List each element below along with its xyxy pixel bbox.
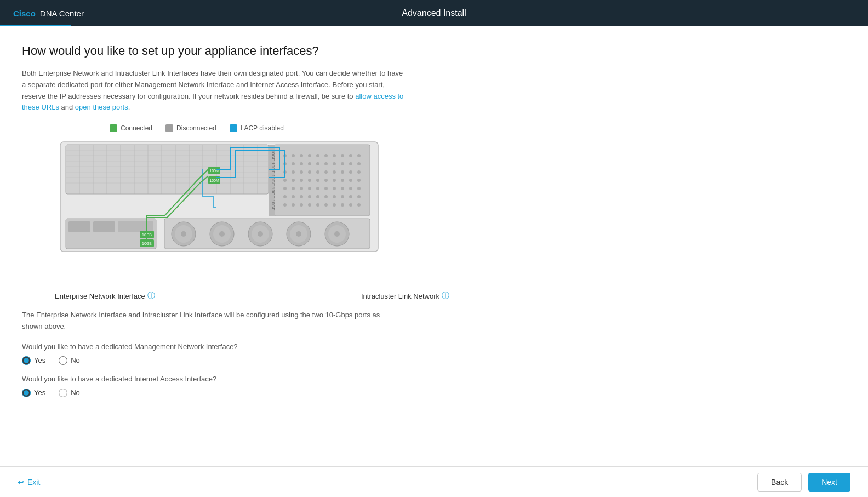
- legend-disconnected: Disconnected: [165, 124, 216, 132]
- q2-no-option[interactable]: No: [59, 389, 80, 397]
- q2-radio-group: Yes No: [22, 389, 471, 397]
- svg-point-33: [357, 154, 361, 157]
- svg-point-66: [300, 187, 303, 190]
- svg-point-30: [333, 154, 336, 157]
- svg-rect-23: [274, 145, 370, 216]
- svg-rect-1: [66, 145, 269, 194]
- svg-point-45: [292, 170, 295, 174]
- svg-point-51: [341, 170, 344, 174]
- svg-point-78: [316, 195, 319, 198]
- q2-yes-option[interactable]: Yes: [22, 389, 45, 397]
- page-description: Both Enterprise Network and Intracluster…: [22, 68, 406, 113]
- cisco-brand: Cisco: [13, 9, 36, 18]
- svg-point-49: [324, 170, 328, 174]
- svg-point-92: [349, 203, 352, 207]
- q1-label: Would you like to have a dedicated Manag…: [22, 342, 471, 351]
- svg-point-58: [316, 179, 319, 182]
- desc-text-3: .: [128, 103, 130, 111]
- svg-point-71: [341, 187, 344, 190]
- q1-yes-option[interactable]: Yes: [22, 356, 45, 365]
- svg-point-57: [308, 179, 311, 182]
- svg-point-25: [292, 154, 295, 157]
- svg-point-43: [357, 162, 361, 165]
- enterprise-info-icon[interactable]: ⓘ: [147, 291, 155, 301]
- legend-lacp: LACP disabled: [230, 124, 284, 132]
- svg-point-41: [341, 162, 344, 165]
- svg-point-59: [324, 179, 328, 182]
- header-underline: [0, 25, 71, 26]
- open-ports-link[interactable]: open these ports: [75, 103, 128, 111]
- disconnected-label: Disconnected: [176, 124, 216, 132]
- svg-point-55: [292, 179, 295, 182]
- svg-point-91: [341, 203, 344, 207]
- svg-rect-101: [68, 221, 90, 232]
- svg-point-84: [283, 203, 287, 207]
- q1-no-option[interactable]: No: [59, 356, 80, 365]
- svg-point-87: [308, 203, 311, 207]
- svg-point-68: [316, 187, 319, 190]
- connected-label: Connected: [121, 124, 152, 132]
- disconnected-dot: [165, 124, 173, 132]
- svg-point-67: [308, 187, 311, 190]
- svg-point-89: [324, 203, 328, 207]
- svg-text:10GB: 10GB: [142, 242, 152, 245]
- svg-point-76: [300, 195, 303, 198]
- main-content: How would you like to set up your applia…: [0, 26, 493, 425]
- legend-connected: Connected: [110, 124, 152, 132]
- dna-brand: DNA Center: [40, 9, 84, 18]
- svg-point-26: [300, 154, 303, 157]
- q1-no-radio[interactable]: [59, 356, 67, 365]
- svg-point-65: [292, 187, 295, 190]
- svg-point-61: [341, 179, 344, 182]
- q1-yes-radio[interactable]: [22, 356, 31, 365]
- svg-point-39: [324, 162, 328, 165]
- diagram-container: 10GE 10GE 10GE 10GE 10GE 100M 100M 10GB …: [22, 136, 449, 301]
- svg-point-28: [316, 154, 319, 157]
- legend: Connected Disconnected LACP disabled: [110, 124, 471, 132]
- q2-no-label: No: [71, 389, 80, 397]
- svg-point-35: [292, 162, 295, 165]
- q2-no-radio[interactable]: [59, 389, 67, 397]
- header-logo: Cisco DNA Center: [13, 9, 84, 18]
- svg-point-120: [296, 231, 301, 237]
- lacp-dot: [230, 124, 237, 132]
- svg-point-63: [357, 179, 361, 182]
- svg-point-69: [324, 187, 328, 190]
- svg-point-27: [308, 154, 311, 157]
- svg-point-85: [292, 203, 295, 207]
- header: Cisco DNA Center Advanced Install: [0, 0, 868, 26]
- svg-point-48: [316, 170, 319, 174]
- svg-point-40: [333, 162, 336, 165]
- svg-point-79: [324, 195, 328, 198]
- svg-point-53: [357, 170, 361, 174]
- svg-text:10GE 10GE 10GE 10GE 10GE: 10GE 10GE 10GE 10GE 10GE: [271, 150, 276, 211]
- desc-text-2: and: [59, 103, 75, 111]
- svg-point-81: [341, 195, 344, 198]
- svg-point-123: [334, 231, 340, 237]
- server-diagram: 10GE 10GE 10GE 10GE 10GE 100M 100M 10GB …: [55, 136, 395, 268]
- q2-yes-radio[interactable]: [22, 389, 31, 397]
- svg-point-77: [308, 195, 311, 198]
- svg-point-114: [219, 231, 225, 237]
- q1-yes-label: Yes: [34, 356, 45, 364]
- q2-label: Would you like to have a dedicated Inter…: [22, 375, 471, 383]
- svg-point-62: [349, 179, 352, 182]
- svg-point-64: [283, 187, 287, 190]
- svg-text:100M: 100M: [209, 179, 219, 182]
- svg-point-117: [258, 231, 263, 237]
- svg-point-38: [316, 162, 319, 165]
- svg-point-60: [333, 179, 336, 182]
- svg-point-42: [349, 162, 352, 165]
- interface-description: The Enterprise Network Interface and Int…: [22, 310, 395, 333]
- svg-point-86: [300, 203, 303, 207]
- svg-point-46: [300, 170, 303, 174]
- connected-dot: [110, 124, 117, 132]
- page-title: How would you like to set up your applia…: [22, 44, 471, 58]
- svg-point-52: [349, 170, 352, 174]
- svg-point-88: [316, 203, 319, 207]
- svg-point-93: [357, 203, 361, 207]
- svg-point-70: [333, 187, 336, 190]
- intracluster-info-icon[interactable]: ⓘ: [442, 291, 449, 301]
- svg-point-72: [349, 187, 352, 190]
- q1-radio-group: Yes No: [22, 356, 471, 365]
